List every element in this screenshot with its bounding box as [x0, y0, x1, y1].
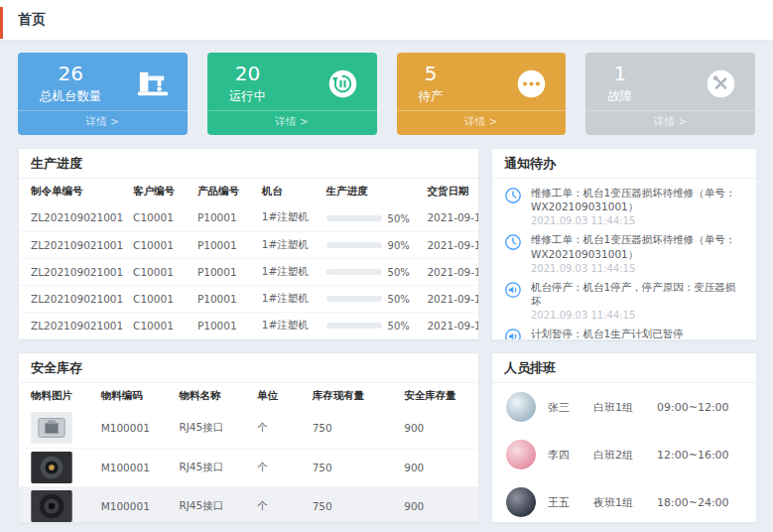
notification-time: 2021.09.03 11:44:15 [531, 215, 744, 226]
tab-home[interactable]: 首页 [18, 11, 46, 29]
staff-row: 李四 白班2组 12:00~16:00 [492, 431, 756, 478]
cell-machine: 1#注塑机 [258, 204, 322, 231]
column-header: 交货日期 [423, 179, 478, 204]
panel-title: 通知待办 [492, 149, 756, 179]
cell-customer: C10001 [129, 285, 193, 312]
column-header: 制令单编号 [19, 179, 129, 204]
stat-value: 20 [229, 62, 267, 86]
table-row: M100001 RJ45接口 个 750 900 [19, 448, 478, 486]
cell-order: ZL202109021001 [19, 285, 129, 312]
staff-row: 张三 白班1组 09:00~12:00 [492, 383, 756, 431]
stat-card-body: 20 运行中 [207, 53, 377, 110]
cell-unit: 个 [253, 448, 309, 486]
progress-percent: 50% [388, 267, 410, 278]
column-header: 物料图片 [19, 383, 97, 409]
cell-material-code: M100001 [97, 486, 176, 523]
cell-stock: 750 [309, 486, 401, 523]
column-header: 客户编号 [129, 179, 193, 204]
progress-bar: 50% [326, 321, 410, 332]
left-edge-accent [0, 7, 3, 39]
staff-name: 李四 [548, 448, 593, 463]
table-row: ZL202109021001 C10001 P10001 1#注塑机 50% 2… [19, 312, 478, 338]
column-header: 生产进度 [322, 179, 424, 204]
cell-material-name: RJ45接口 [175, 486, 253, 523]
topbar: 首页 [0, 0, 773, 41]
notification-item[interactable]: 维修工单：机台1变压器损坏待维修（单号：WX202109031001） 2021… [504, 232, 744, 273]
column-header: 物料名称 [175, 383, 253, 409]
running-icon [326, 67, 359, 100]
fault-icon [705, 67, 737, 100]
stat-card-fault[interactable]: 1 故障 详情 > [585, 53, 755, 135]
notification-item[interactable]: 维修工单：机台1变压器损坏待维修（单号：WX202109031001） 2021… [504, 186, 744, 226]
cell-material-name: RJ45接口 [175, 409, 253, 448]
cell-order: ZL202109021001 [19, 231, 129, 258]
notification-time: 2021.09.03 11:44:15 [531, 310, 744, 321]
notification-text: 维修工单：机台1变压器损坏待维修（单号：WX202109031001） [531, 232, 744, 260]
table-header-row: 物料图片 物料编码 物料名称 单位 库存现有量 安全库存量 [19, 383, 478, 409]
cell-safety-stock: 900 [400, 409, 478, 448]
staff-name: 王五 [548, 495, 593, 510]
standby-icon [515, 67, 548, 100]
staff-shift: 白班1组 [593, 400, 657, 415]
notifications-panel: 通知待办 维修工单：机台1变压器损坏待维修（单号：WX202109031001）… [491, 148, 757, 340]
machine-icon [136, 68, 170, 98]
notification-item[interactable]: 机台停产：机台1停产，停产原因：变压器损坏 2021.09.03 11:44:1… [504, 280, 744, 321]
stat-value: 5 [419, 62, 444, 86]
stat-card-running[interactable]: 20 运行中 详情 > [207, 53, 377, 135]
cell-date: 2021-09-10 [423, 312, 478, 338]
cell-stock: 750 [309, 448, 401, 486]
dashboard-grid: 生产进度 制令单编号 客户编号 产品编号 机台 生产进度 交货日期 ZL2021… [18, 148, 757, 523]
cell-unit: 个 [253, 486, 309, 523]
cell-progress: 50% [322, 258, 424, 285]
progress-bar: 50% [326, 294, 410, 305]
cell-product: P10001 [193, 204, 258, 231]
stat-label: 总机台数量 [40, 88, 102, 105]
stats-row: 26 总机台数量 详情 > 20 运行中 [18, 53, 755, 135]
stat-value: 1 [607, 62, 632, 86]
cell-progress: 50% [322, 312, 424, 338]
table-row: ZL202109021001 C10001 P10001 1#注塑机 50% 2… [19, 285, 478, 312]
cell-safety-stock: 900 [400, 448, 478, 486]
progress-percent: 90% [388, 240, 410, 251]
safety-stock-panel: 安全库存 物料图片 物料编码 物料名称 单位 库存现有量 安全库存量 [18, 352, 479, 523]
announce-icon [504, 280, 523, 321]
column-header: 安全库存量 [400, 383, 478, 409]
staff-name: 张三 [548, 400, 593, 415]
stat-card-body: 5 待产 [397, 53, 567, 110]
column-header: 库存现有量 [309, 383, 401, 409]
cell-date: 2021-09-10 [423, 285, 478, 312]
cell-machine: 1#注塑机 [258, 231, 322, 258]
column-header: 产品编号 [193, 179, 258, 204]
clock-icon [504, 232, 523, 273]
staff-row: 王五 夜班1组 18:00~24:00 [492, 478, 756, 523]
cell-order: ZL202109021001 [19, 258, 129, 285]
cell-progress: 90% [322, 231, 424, 258]
table-row: ZL202109021001 C10001 P10001 1#注塑机 90% 2… [19, 231, 478, 258]
table-header-row: 制令单编号 客户编号 产品编号 机台 生产进度 交货日期 [19, 179, 478, 204]
cell-product: P10001 [193, 312, 258, 338]
progress-bar: 50% [326, 213, 410, 224]
stat-detail-link[interactable]: 详情 > [397, 110, 567, 135]
stat-detail-link[interactable]: 详情 > [18, 110, 188, 135]
cell-material-code: M100001 [97, 409, 176, 448]
staff-shift: 夜班1组 [593, 495, 657, 510]
avatar [506, 440, 536, 469]
staff-time: 12:00~16:00 [657, 449, 729, 462]
progress-bar: 50% [326, 267, 410, 278]
rj45-photo [31, 412, 93, 444]
cell-product: P10001 [193, 231, 258, 258]
cell-order: ZL202109021001 [19, 204, 129, 231]
stat-card-total-machines[interactable]: 26 总机台数量 详情 > [18, 53, 188, 135]
stat-card-body: 1 故障 [585, 53, 755, 110]
table-row: M100001 RJ45接口 个 750 900 [19, 409, 478, 448]
notification-item[interactable]: 计划暂停：机台1生产计划已暂停 2021.09.03 11:44:15 [504, 327, 744, 340]
stat-detail-link[interactable]: 详情 > [585, 110, 755, 135]
stat-detail-link[interactable]: 详情 > [207, 110, 377, 135]
cell-material-code: M100001 [97, 448, 176, 486]
stat-label: 运行中 [229, 88, 267, 105]
progress-percent: 50% [388, 294, 410, 305]
avatar [506, 487, 536, 517]
panel-title: 生产进度 [19, 149, 478, 179]
stat-label: 待产 [419, 88, 444, 105]
stat-card-standby[interactable]: 5 待产 详情 > [397, 53, 567, 135]
